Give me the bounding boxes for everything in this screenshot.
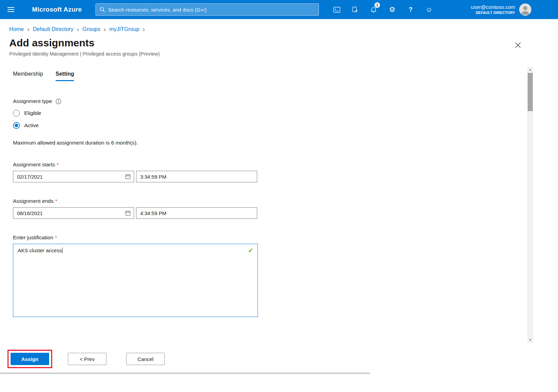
starts-date-input[interactable] (13, 174, 124, 180)
vertical-scrollbar[interactable]: ▲ ▼ (527, 67, 533, 343)
help-button[interactable]: ? (401, 0, 420, 19)
text-cursor (62, 247, 62, 253)
info-icon[interactable] (56, 99, 61, 104)
breadcrumb-groups[interactable]: Groups (83, 26, 100, 32)
user-email: user@contoso.com (471, 4, 515, 11)
assignment-ends-label: Assignment ends (13, 198, 54, 204)
terminal-icon (333, 7, 340, 13)
required-marker: * (55, 198, 57, 204)
justification-label: Enter justification (13, 235, 53, 241)
calendar-icon[interactable] (124, 174, 134, 179)
breadcrumb-myjitgroup[interactable]: myJITGroup (109, 26, 139, 32)
justification-group: Enter justification * AKS cluster access… (13, 235, 534, 317)
required-marker: * (55, 235, 57, 240)
cancel-button[interactable]: Cancel (126, 353, 165, 365)
scroll-down-icon[interactable]: ▼ (527, 337, 533, 343)
assignment-type-label: Assignment type (13, 98, 52, 104)
chevron-separator-icon: › (143, 26, 145, 32)
scroll-up-icon[interactable]: ▲ (527, 67, 533, 73)
breadcrumb-default-directory[interactable]: Default Directory (33, 26, 73, 32)
radio-active[interactable]: Active (13, 122, 534, 129)
close-icon[interactable] (513, 40, 523, 50)
account-menu[interactable]: user@contoso.com DEFAULT DIRECTORY (471, 4, 515, 15)
starts-date-field[interactable] (13, 171, 134, 182)
hamburger-menu-icon[interactable] (0, 0, 22, 19)
notifications-button[interactable]: 1 (365, 0, 383, 19)
red-highlight-annotation: Assign (8, 350, 52, 368)
search-input[interactable] (108, 7, 315, 13)
starts-time-input[interactable] (136, 171, 257, 182)
directory-filter-button[interactable] (346, 0, 365, 19)
question-icon: ? (409, 6, 412, 13)
validation-check-icon: ✓ (248, 246, 253, 254)
assignment-ends-group: Assignment ends * (13, 198, 534, 219)
ends-date-input[interactable] (13, 210, 124, 216)
required-marker: * (57, 162, 59, 167)
gear-icon: ⚙ (389, 5, 395, 14)
chevron-separator-icon: › (77, 26, 79, 32)
azure-portal-window: Microsoft Azure 1 ⚙ ? ☺ user@contoso.com (0, 0, 558, 392)
smiley-icon: ☺ (426, 6, 432, 14)
radio-active-circle (13, 122, 20, 129)
radio-active-label: Active (24, 122, 39, 129)
radio-eligible[interactable]: Eligible (13, 110, 534, 117)
tab-setting[interactable]: Setting (56, 71, 74, 81)
assign-button[interactable]: Assign (11, 353, 49, 365)
feedback-button[interactable]: ☺ (420, 0, 438, 19)
notification-badge: 1 (375, 2, 380, 8)
ends-date-field[interactable] (13, 207, 134, 219)
calendar-icon[interactable] (124, 210, 134, 216)
page-title: Add assignments (9, 37, 534, 49)
tab-membership[interactable]: Membership (13, 71, 43, 81)
breadcrumb-home[interactable]: Home (9, 26, 24, 32)
page-subtitle: Privileged Identity Management | Privile… (9, 51, 534, 57)
radio-eligible-label: Eligible (24, 110, 41, 116)
brand-title: Microsoft Azure (32, 6, 82, 13)
user-directory: DEFAULT DIRECTORY (471, 11, 515, 15)
avatar[interactable] (519, 3, 531, 16)
top-bar: Microsoft Azure 1 ⚙ ? ☺ user@contoso.com (0, 0, 558, 19)
assignment-starts-label: Assignment starts (13, 162, 55, 168)
tab-bar: Membership Setting (13, 71, 534, 81)
justification-textarea[interactable]: AKS cluster access ✓ (13, 244, 258, 317)
breadcrumb: Home › Default Directory › Groups › myJI… (9, 26, 534, 32)
settings-button[interactable]: ⚙ (383, 0, 401, 19)
search-icon (100, 7, 105, 12)
settings-form: Assignment type Eligible Active Maximum … (13, 98, 534, 317)
cloud-shell-button[interactable] (328, 0, 346, 19)
radio-eligible-circle (13, 110, 20, 117)
max-duration-text: Maximum allowed assignment duration is 6… (13, 140, 534, 146)
topbar-icon-group: 1 ⚙ ? ☺ (328, 0, 438, 19)
vertical-scrollbar-thumb[interactable] (528, 73, 533, 111)
chevron-separator-icon: › (104, 26, 106, 32)
directory-filter-icon (352, 6, 358, 13)
ends-time-input[interactable] (136, 207, 257, 219)
global-search[interactable] (96, 3, 319, 16)
horizontal-scrollbar[interactable] (0, 373, 370, 374)
prev-button[interactable]: < Prev (68, 353, 106, 365)
assignment-starts-group: Assignment starts * (13, 162, 534, 182)
justification-text: AKS cluster access (18, 247, 62, 253)
chevron-separator-icon: › (27, 26, 29, 32)
